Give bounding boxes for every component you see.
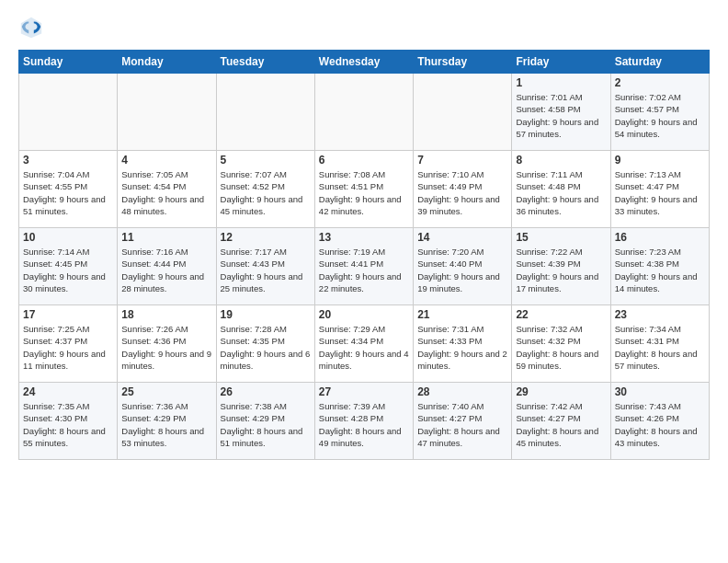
calendar-cell: 8Sunrise: 7:11 AM Sunset: 4:48 PM Daylig… xyxy=(512,151,610,228)
day-info: Sunrise: 7:11 AM Sunset: 4:48 PM Dayligh… xyxy=(516,168,606,217)
calendar-cell: 3Sunrise: 7:04 AM Sunset: 4:55 PM Daylig… xyxy=(19,151,118,228)
day-info: Sunrise: 7:10 AM Sunset: 4:49 PM Dayligh… xyxy=(417,168,507,217)
day-info: Sunrise: 7:29 AM Sunset: 4:34 PM Dayligh… xyxy=(319,323,409,372)
day-number: 22 xyxy=(516,308,606,321)
day-info: Sunrise: 7:26 AM Sunset: 4:36 PM Dayligh… xyxy=(121,323,211,372)
calendar-header-saturday: Saturday xyxy=(610,51,709,74)
day-info: Sunrise: 7:35 AM Sunset: 4:30 PM Dayligh… xyxy=(23,400,113,449)
day-info: Sunrise: 7:36 AM Sunset: 4:29 PM Dayligh… xyxy=(121,400,211,449)
calendar-cell: 16Sunrise: 7:23 AM Sunset: 4:38 PM Dayli… xyxy=(610,228,709,305)
calendar-cell: 25Sunrise: 7:36 AM Sunset: 4:29 PM Dayli… xyxy=(118,383,216,460)
day-number: 9 xyxy=(615,154,705,167)
calendar-week-row: 10Sunrise: 7:14 AM Sunset: 4:45 PM Dayli… xyxy=(19,228,710,305)
calendar-cell: 9Sunrise: 7:13 AM Sunset: 4:47 PM Daylig… xyxy=(610,151,709,228)
calendar-week-row: 1Sunrise: 7:01 AM Sunset: 4:58 PM Daylig… xyxy=(19,74,710,151)
calendar-cell: 4Sunrise: 7:05 AM Sunset: 4:54 PM Daylig… xyxy=(118,151,216,228)
calendar-cell xyxy=(314,74,413,151)
day-info: Sunrise: 7:01 AM Sunset: 4:58 PM Dayligh… xyxy=(516,91,606,140)
calendar-table: SundayMondayTuesdayWednesdayThursdayFrid… xyxy=(18,50,710,460)
day-number: 2 xyxy=(615,76,705,89)
day-number: 25 xyxy=(121,385,211,398)
calendar-header-thursday: Thursday xyxy=(414,51,512,74)
day-number: 23 xyxy=(615,308,705,321)
day-number: 24 xyxy=(23,385,113,398)
day-number: 18 xyxy=(121,308,211,321)
day-info: Sunrise: 7:23 AM Sunset: 4:38 PM Dayligh… xyxy=(615,246,705,294)
day-info: Sunrise: 7:13 AM Sunset: 4:47 PM Dayligh… xyxy=(615,168,705,217)
day-number: 21 xyxy=(417,308,507,321)
day-info: Sunrise: 7:14 AM Sunset: 4:45 PM Dayligh… xyxy=(23,246,113,294)
calendar-cell: 12Sunrise: 7:17 AM Sunset: 4:43 PM Dayli… xyxy=(216,228,314,305)
day-info: Sunrise: 7:05 AM Sunset: 4:54 PM Dayligh… xyxy=(121,168,211,217)
day-number: 4 xyxy=(121,154,211,167)
day-number: 10 xyxy=(23,231,113,244)
calendar-cell: 5Sunrise: 7:07 AM Sunset: 4:52 PM Daylig… xyxy=(216,151,314,228)
day-number: 13 xyxy=(319,231,409,244)
day-number: 29 xyxy=(516,385,606,398)
calendar-cell: 30Sunrise: 7:43 AM Sunset: 4:26 PM Dayli… xyxy=(610,383,709,460)
day-info: Sunrise: 7:07 AM Sunset: 4:52 PM Dayligh… xyxy=(221,168,311,217)
calendar-cell: 19Sunrise: 7:28 AM Sunset: 4:35 PM Dayli… xyxy=(216,305,314,383)
calendar-cell xyxy=(19,74,118,151)
day-info: Sunrise: 7:43 AM Sunset: 4:26 PM Dayligh… xyxy=(615,400,705,449)
day-info: Sunrise: 7:25 AM Sunset: 4:37 PM Dayligh… xyxy=(23,323,113,372)
calendar-cell: 29Sunrise: 7:42 AM Sunset: 4:27 PM Dayli… xyxy=(512,383,610,460)
day-number: 7 xyxy=(417,154,507,167)
day-number: 27 xyxy=(319,385,409,398)
calendar-cell: 10Sunrise: 7:14 AM Sunset: 4:45 PM Dayli… xyxy=(19,228,118,305)
day-number: 8 xyxy=(516,154,606,167)
calendar-cell: 2Sunrise: 7:02 AM Sunset: 4:57 PM Daylig… xyxy=(610,74,709,151)
calendar-header-wednesday: Wednesday xyxy=(314,51,413,74)
calendar-cell: 26Sunrise: 7:38 AM Sunset: 4:29 PM Dayli… xyxy=(216,383,314,460)
calendar-cell: 27Sunrise: 7:39 AM Sunset: 4:28 PM Dayli… xyxy=(314,383,413,460)
day-info: Sunrise: 7:28 AM Sunset: 4:35 PM Dayligh… xyxy=(221,323,311,372)
calendar-cell: 18Sunrise: 7:26 AM Sunset: 4:36 PM Dayli… xyxy=(118,305,216,383)
day-info: Sunrise: 7:40 AM Sunset: 4:27 PM Dayligh… xyxy=(417,400,507,449)
day-info: Sunrise: 7:20 AM Sunset: 4:40 PM Dayligh… xyxy=(417,246,507,294)
calendar-header-tuesday: Tuesday xyxy=(216,51,314,74)
day-info: Sunrise: 7:34 AM Sunset: 4:31 PM Dayligh… xyxy=(615,323,705,372)
day-number: 11 xyxy=(121,231,211,244)
calendar-cell: 28Sunrise: 7:40 AM Sunset: 4:27 PM Dayli… xyxy=(414,383,512,460)
day-number: 1 xyxy=(516,76,606,89)
day-number: 15 xyxy=(516,231,606,244)
calendar-cell xyxy=(118,74,216,151)
day-info: Sunrise: 7:04 AM Sunset: 4:55 PM Dayligh… xyxy=(23,168,113,217)
day-number: 17 xyxy=(23,308,113,321)
header xyxy=(18,15,710,40)
day-number: 6 xyxy=(319,154,409,167)
calendar-cell: 1Sunrise: 7:01 AM Sunset: 4:58 PM Daylig… xyxy=(512,74,610,151)
calendar-cell: 22Sunrise: 7:32 AM Sunset: 4:32 PM Dayli… xyxy=(512,305,610,383)
calendar-cell xyxy=(216,74,314,151)
calendar-cell: 21Sunrise: 7:31 AM Sunset: 4:33 PM Dayli… xyxy=(414,305,512,383)
day-number: 3 xyxy=(23,154,113,167)
day-number: 26 xyxy=(221,385,311,398)
calendar-cell: 11Sunrise: 7:16 AM Sunset: 4:44 PM Dayli… xyxy=(118,228,216,305)
day-number: 16 xyxy=(615,231,705,244)
day-number: 30 xyxy=(615,385,705,398)
calendar-cell: 20Sunrise: 7:29 AM Sunset: 4:34 PM Dayli… xyxy=(314,305,413,383)
day-info: Sunrise: 7:38 AM Sunset: 4:29 PM Dayligh… xyxy=(221,400,311,449)
day-info: Sunrise: 7:32 AM Sunset: 4:32 PM Dayligh… xyxy=(516,323,606,372)
day-number: 28 xyxy=(417,385,507,398)
calendar-header-friday: Friday xyxy=(512,51,610,74)
day-number: 5 xyxy=(221,154,311,167)
calendar-cell: 7Sunrise: 7:10 AM Sunset: 4:49 PM Daylig… xyxy=(414,151,512,228)
calendar-cell: 17Sunrise: 7:25 AM Sunset: 4:37 PM Dayli… xyxy=(19,305,118,383)
logo-icon xyxy=(18,15,44,40)
day-info: Sunrise: 7:19 AM Sunset: 4:41 PM Dayligh… xyxy=(319,246,409,294)
day-info: Sunrise: 7:22 AM Sunset: 4:39 PM Dayligh… xyxy=(516,246,606,294)
day-info: Sunrise: 7:42 AM Sunset: 4:27 PM Dayligh… xyxy=(516,400,606,449)
calendar-cell: 23Sunrise: 7:34 AM Sunset: 4:31 PM Dayli… xyxy=(610,305,709,383)
calendar-header-monday: Monday xyxy=(118,51,216,74)
calendar-header-sunday: Sunday xyxy=(19,51,118,74)
day-number: 12 xyxy=(221,231,311,244)
logo xyxy=(18,15,48,40)
calendar-week-row: 17Sunrise: 7:25 AM Sunset: 4:37 PM Dayli… xyxy=(19,305,710,383)
page: SundayMondayTuesdayWednesdayThursdayFrid… xyxy=(0,0,728,563)
calendar-week-row: 3Sunrise: 7:04 AM Sunset: 4:55 PM Daylig… xyxy=(19,151,710,228)
calendar-cell xyxy=(414,74,512,151)
calendar-header-row: SundayMondayTuesdayWednesdayThursdayFrid… xyxy=(19,51,710,74)
day-number: 19 xyxy=(221,308,311,321)
day-info: Sunrise: 7:08 AM Sunset: 4:51 PM Dayligh… xyxy=(319,168,409,217)
